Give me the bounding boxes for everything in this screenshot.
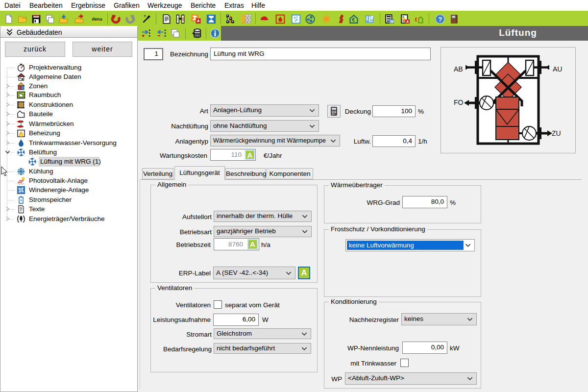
svg-text:W: W [390,19,394,24]
svg-text:AU: AU [553,65,562,73]
svg-text:?: ? [438,16,442,23]
svg-text:FO: FO [454,98,464,106]
svg-text:AB: AB [454,65,463,73]
svg-text:€: € [352,17,355,23]
svg-text:ZU: ZU [552,129,561,137]
svg-text:dena: dena [92,17,102,22]
